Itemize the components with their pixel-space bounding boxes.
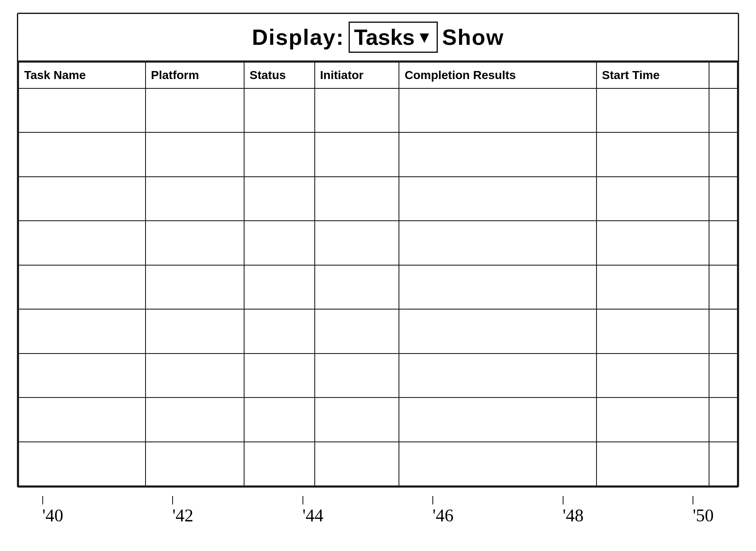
dropdown-control[interactable]: Tasks ▼ (349, 22, 438, 53)
col-header-completion: Completion Results (399, 62, 596, 88)
cell-r3-c2 (244, 221, 315, 265)
cell-r8-c4 (399, 442, 596, 486)
cell-r7-c4 (399, 397, 596, 441)
ruler-label-42: '42 (172, 505, 193, 526)
col-header-initiator: Initiator (315, 62, 399, 88)
cell-r2-c3 (315, 177, 399, 221)
cell-r4-c5 (597, 265, 709, 309)
ruler-mark-48: '48 (563, 496, 584, 526)
cell-r3-c4 (399, 221, 596, 265)
main-table-wrapper: Display: Tasks ▼ Show Task Name Platform… (17, 13, 739, 488)
display-label: Display: (252, 25, 344, 50)
table-row (19, 309, 737, 353)
col-header-status: Status (244, 62, 315, 88)
table-row (19, 88, 737, 132)
cell-r5-c6 (709, 309, 737, 353)
table-header-row: Task Name Platform Status Initiator Comp… (19, 62, 737, 88)
cell-r5-c2 (244, 309, 315, 353)
cell-r5-c0 (19, 309, 146, 353)
title-row: Display: Tasks ▼ Show (18, 14, 738, 62)
table-row (19, 442, 737, 486)
ruler-mark-46: '46 (432, 496, 454, 526)
cell-r5-c1 (146, 309, 244, 353)
cell-r2-c0 (19, 177, 146, 221)
cell-r3-c3 (315, 221, 399, 265)
cell-r5-c5 (597, 309, 709, 353)
cell-r0-c2 (244, 88, 315, 132)
cell-r4-c6 (709, 265, 737, 309)
cell-r3-c6 (709, 221, 737, 265)
col-header-platform: Platform (146, 62, 244, 88)
cell-r2-c1 (146, 177, 244, 221)
cell-r6-c1 (146, 354, 244, 397)
cell-r1-c6 (709, 132, 737, 176)
cell-r4-c2 (244, 265, 315, 309)
cell-r0-c1 (146, 88, 244, 132)
table-row (19, 265, 737, 309)
cell-r6-c3 (315, 354, 399, 397)
cell-r8-c3 (315, 442, 399, 486)
table-row (19, 397, 737, 441)
cell-r5-c3 (315, 309, 399, 353)
table-row (19, 177, 737, 221)
cell-r8-c5 (597, 442, 709, 486)
cell-r2-c5 (597, 177, 709, 221)
cell-r7-c1 (146, 397, 244, 441)
show-label: Show (442, 25, 504, 50)
ruler-mark-42: '42 (172, 496, 193, 526)
cell-r4-c3 (315, 265, 399, 309)
ruler-label-44: '44 (302, 505, 324, 526)
cell-r7-c6 (709, 397, 737, 441)
table-body (19, 88, 737, 486)
table-row (19, 132, 737, 176)
ruler-mark-40: '40 (42, 496, 63, 526)
cell-r4-c4 (399, 265, 596, 309)
cell-r7-c3 (315, 397, 399, 441)
cell-r6-c4 (399, 354, 596, 397)
cell-r7-c0 (19, 397, 146, 441)
cell-r2-c2 (244, 177, 315, 221)
cell-r3-c1 (146, 221, 244, 265)
cell-r6-c2 (244, 354, 315, 397)
table-row (19, 354, 737, 397)
cell-r0-c4 (399, 88, 596, 132)
cell-r8-c2 (244, 442, 315, 486)
ruler-mark-50: '50 (693, 496, 714, 526)
col-header-task-name: Task Name (19, 62, 146, 88)
ruler-label-50: '50 (693, 505, 714, 526)
cell-r1-c0 (19, 132, 146, 176)
bottom-ruler: '40 '42 '44 '46 '48 '50 (17, 492, 739, 526)
ruler-label-48: '48 (563, 505, 584, 526)
cell-r8-c6 (709, 442, 737, 486)
cell-r1-c5 (597, 132, 709, 176)
cell-r6-c0 (19, 354, 146, 397)
dropdown-arrow-icon: ▼ (416, 28, 432, 47)
cell-r0-c6 (709, 88, 737, 132)
cell-r1-c1 (146, 132, 244, 176)
cell-r6-c6 (709, 354, 737, 397)
cell-r7-c5 (597, 397, 709, 441)
cell-r6-c5 (597, 354, 709, 397)
data-table: Task Name Platform Status Initiator Comp… (18, 62, 738, 486)
cell-r3-c0 (19, 221, 146, 265)
cell-r0-c3 (315, 88, 399, 132)
col-header-extra (709, 62, 737, 88)
cell-r7-c2 (244, 397, 315, 441)
cell-r8-c0 (19, 442, 146, 486)
cell-r4-c1 (146, 265, 244, 309)
cell-r0-c0 (19, 88, 146, 132)
table-row (19, 221, 737, 265)
cell-r1-c3 (315, 132, 399, 176)
cell-r4-c0 (19, 265, 146, 309)
cell-r1-c4 (399, 132, 596, 176)
dropdown-value: Tasks (354, 25, 415, 50)
ruler-mark-44: '44 (302, 496, 324, 526)
cell-r2-c4 (399, 177, 596, 221)
cell-r1-c2 (244, 132, 315, 176)
cell-r0-c5 (597, 88, 709, 132)
cell-r2-c6 (709, 177, 737, 221)
ruler-label-46: '46 (432, 505, 454, 526)
cell-r8-c1 (146, 442, 244, 486)
ruler-label-40: '40 (42, 505, 63, 526)
page-container: Display: Tasks ▼ Show Task Name Platform… (0, 0, 756, 551)
